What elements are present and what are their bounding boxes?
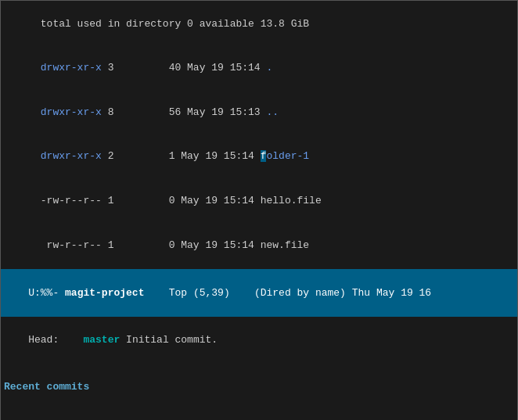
dired-perms-5: rw-r--r-- [41,239,102,251]
dired-name-2[interactable]: .. [266,106,279,118]
dired-perms-3: drwxr-xr-x [41,150,102,162]
ml-position-top: Top [169,287,187,299]
dired-buffer: total used in directory 0 available 13.8… [1,1,517,269]
dired-name-5[interactable]: new.file [261,239,309,251]
summary-text: total used in directory 0 available 13.8… [41,18,309,30]
emacs-frame: total used in directory 0 available 13.8… [0,0,518,420]
dired-entry-hello: -rw-r--r-- 1 0 May 19 15:14 hello.file [4,179,514,224]
head-label: Head: [28,334,59,346]
dired-perms-2: drwxr-xr-x [41,106,102,118]
ml-time-val: Thu May 19 16 [352,287,431,299]
recent-commits-heading: Recent commits [4,380,514,395]
ml-position-dired: (5,39) [187,287,254,299]
modeline-dired: U:%%- magit-project Top (5,39) (Dired by… [1,269,517,317]
dired-name-4[interactable]: hello.file [261,195,322,206]
head-message: Initial commit. [126,334,218,346]
ml-mode-dired: (Dired by name) [254,287,346,299]
dired-name-3b[interactable]: older-1 [266,150,309,162]
dired-name-1[interactable]: . [266,62,272,74]
ml-buffer-dired: magit-project [65,287,144,299]
magit-buffer: Recent commits [1,364,517,420]
ml-time-dired [346,287,352,299]
dired-entry-dotdot: drwxr-xr-x 8 56 May 19 15:13 .. [4,91,514,135]
ml-flags-dired: U:%%- [28,287,65,299]
dired-perms-1: drwxr-xr-x [41,62,102,74]
empty-1 [4,365,514,380]
dired-perms-4: -rw-r--r-- [41,195,102,206]
ml-gap1 [144,287,168,299]
head-branch: master [83,334,120,346]
dired-entry-dot: drwxr-xr-x 3 40 May 19 15:14 . [4,47,514,92]
dired-entry-new: rw-r--r-- 1 0 May 19 15:14 new.file [4,224,514,268]
empty-2 [4,395,514,410]
empty-3 [4,410,514,420]
dired-summary: total used in directory 0 available 13.8… [4,2,514,47]
head-line: Head: master Initial commit. [1,317,517,364]
dired-entry-folder: drwxr-xr-x 2 1 May 19 15:14 folder-1 [4,135,514,180]
